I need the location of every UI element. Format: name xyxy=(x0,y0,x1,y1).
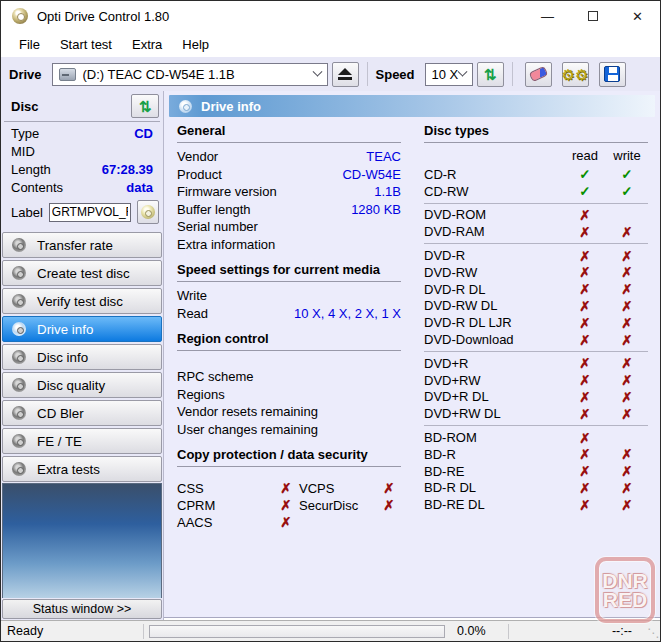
row-value: 1280 KB xyxy=(351,201,401,219)
read-status-icon: ✗ xyxy=(564,224,606,240)
sidebar-item-verify-test-disc[interactable]: Verify test disc xyxy=(2,288,162,314)
menu-extra[interactable]: Extra xyxy=(122,34,172,55)
speed-row-write: Write xyxy=(177,287,401,305)
disc-type-row: CD-RW ✓ ✓ xyxy=(424,183,648,200)
maximize-icon[interactable] xyxy=(570,1,615,31)
disc-panel-title: Disc xyxy=(11,99,38,114)
write-status-icon: ✗ xyxy=(606,480,648,496)
row-label: Firmware version xyxy=(177,183,277,201)
sidebar-item-label: Extra tests xyxy=(37,462,100,477)
sidebar-item-label: Disc quality xyxy=(37,378,105,393)
read-status-icon: ✗ xyxy=(564,315,606,331)
row-label: Write xyxy=(177,287,207,305)
drive-details-column: General Vendor TEAC Product CD-W54E Firm… xyxy=(177,123,401,531)
disc-type-label: DVD-Download xyxy=(424,332,564,347)
speed-select[interactable]: 10 X xyxy=(425,63,473,86)
disc-type-row: DVD+RW ✗ ✗ xyxy=(424,372,648,389)
write-status-icon: ✗ xyxy=(606,406,648,422)
general-row-buffer: Buffer length 1280 KB xyxy=(177,201,401,219)
row-label: User changes remaining xyxy=(177,421,318,439)
save-button[interactable] xyxy=(599,62,626,87)
disc-label-row: Label xyxy=(1,197,163,227)
chevron-down-icon xyxy=(312,66,322,76)
disc-type-row: BD-RE ✗ ✗ xyxy=(424,463,648,480)
sidebar-item-disc-quality[interactable]: Disc quality xyxy=(2,372,162,398)
drive-select[interactable]: (D:) TEAC CD-W54E 1.1B xyxy=(52,63,328,86)
field-label: Type xyxy=(11,126,39,142)
read-status-icon: ✗ xyxy=(564,480,606,496)
disc-label-button[interactable] xyxy=(137,200,159,224)
main-panel: Drive info General Vendor TEAC Product C… xyxy=(164,91,660,618)
window-controls: — ✕ xyxy=(525,1,660,31)
sidebar-item-transfer-rate[interactable]: Transfer rate xyxy=(2,232,162,258)
disc-icon xyxy=(12,350,26,364)
titlebar: Opti Drive Control 1.80 — ✕ xyxy=(1,1,660,31)
sidebar-item-drive-info[interactable]: Drive info xyxy=(2,316,162,342)
row-label: Serial number xyxy=(177,218,258,236)
refresh-speeds-button[interactable]: ⇅ xyxy=(477,62,504,87)
page-title-bar: Drive info xyxy=(169,95,655,117)
disc-type-label: DVD+RW DL xyxy=(424,406,564,421)
copy-label-vcps: VCPS xyxy=(299,480,377,497)
eject-button[interactable] xyxy=(332,62,359,87)
disc-type-row: DVD+R ✗ ✗ xyxy=(424,355,648,372)
divider xyxy=(4,121,160,122)
divider xyxy=(424,425,648,426)
divider xyxy=(424,203,648,204)
disc-type-row: DVD+RW DL ✗ ✗ xyxy=(424,405,648,422)
read-status-icon: ✗ xyxy=(564,264,606,280)
read-status-icon: ✗ xyxy=(564,332,606,348)
sidebar-item-cd-bler[interactable]: CD Bler xyxy=(2,400,162,426)
sidebar-item-fe-te[interactable]: FE / TE xyxy=(2,428,162,454)
disc-types-column: Disc types read write CD-R ✓ ✓ CD-RW xyxy=(424,123,648,513)
read-status-icon: ✗ xyxy=(564,430,606,446)
toolbar: Drive (D:) TEAC CD-W54E 1.1B Speed 10 X … xyxy=(1,57,660,91)
disc-label-input[interactable] xyxy=(49,203,131,222)
disc-icon xyxy=(12,238,26,252)
drive-select-value: (D:) TEAC CD-W54E 1.1B xyxy=(83,67,235,82)
disc-type-row: DVD-RW ✗ ✗ xyxy=(424,264,648,281)
disc-type-label: DVD-R DL LJR xyxy=(424,315,564,330)
field-label: MID xyxy=(11,144,35,160)
disc-type-label: DVD-RAM xyxy=(424,224,564,239)
region-row-user-changes: User changes remaining xyxy=(177,421,401,439)
row-label: Buffer length xyxy=(177,201,250,219)
menu-file[interactable]: File xyxy=(9,34,50,55)
field-value: data xyxy=(126,180,153,196)
write-column-header: write xyxy=(606,148,648,164)
read-status-icon: ✗ xyxy=(564,463,606,479)
resize-grip[interactable]: ⋱ xyxy=(647,626,658,640)
row-label: Read xyxy=(177,305,208,323)
status-window-button[interactable]: Status window >> xyxy=(2,599,162,619)
row-label: RPC scheme xyxy=(177,368,254,386)
disc-icon xyxy=(12,266,26,280)
sidebar-item-extra-tests[interactable]: Extra tests xyxy=(2,456,162,482)
menu-help[interactable]: Help xyxy=(172,34,219,55)
page-title: Drive info xyxy=(201,99,261,114)
disc-icon xyxy=(12,434,26,448)
write-status-icon: ✗ xyxy=(606,446,648,462)
disc-type-label: CD-RW xyxy=(424,184,564,199)
drive-icon xyxy=(59,68,76,81)
dnr-red-watermark: DNR RED xyxy=(595,557,655,623)
disc-refresh-button[interactable]: ⇅ xyxy=(131,94,159,118)
speed-row-read: Read 10 X, 4 X, 2 X, 1 X xyxy=(177,305,401,323)
options-button[interactable]: ⚙⚙ xyxy=(562,62,589,87)
close-icon[interactable]: ✕ xyxy=(615,1,660,31)
copy-label-css: CSS xyxy=(177,480,273,497)
erase-disc-button[interactable] xyxy=(525,62,552,87)
sidebar-item-create-test-disc[interactable]: Create test disc xyxy=(2,260,162,286)
copy-label-securdisc: SecurDisc xyxy=(299,497,377,514)
row-value: TEAC xyxy=(366,148,401,166)
row-value: 10 X, 4 X, 2 X, 1 X xyxy=(294,305,401,323)
minimize-icon[interactable]: — xyxy=(525,1,570,31)
disc-icon xyxy=(12,294,26,308)
field-label: Contents xyxy=(11,180,63,196)
menu-start-test[interactable]: Start test xyxy=(50,34,122,55)
write-status-icon: ✗ xyxy=(606,497,648,513)
label-field-caption: Label xyxy=(11,205,43,220)
sidebar-item-label: Create test disc xyxy=(37,266,130,281)
sidebar-item-disc-info[interactable]: Disc info xyxy=(2,344,162,370)
divider xyxy=(424,243,648,244)
disc-type-label: BD-RE DL xyxy=(424,497,564,512)
